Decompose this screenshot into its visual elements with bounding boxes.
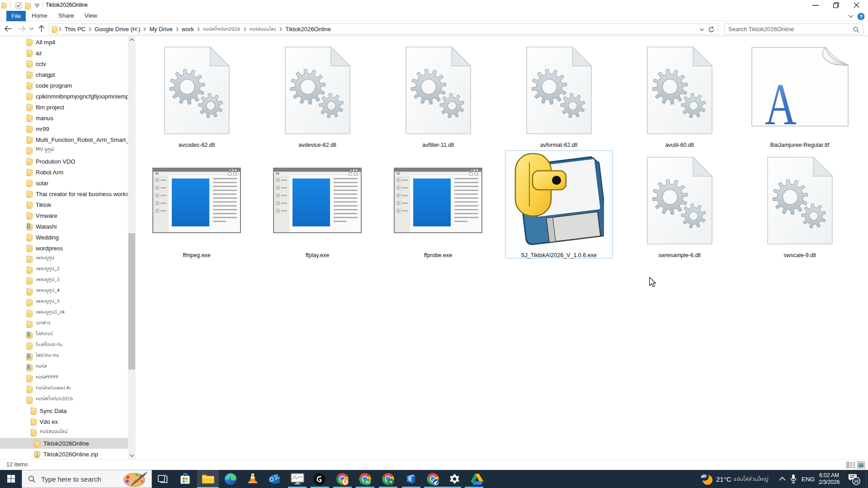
svg-text:?: ? <box>859 14 863 19</box>
svg-text:N: N <box>390 480 392 484</box>
svg-text:16: 16 <box>854 479 859 483</box>
svg-text:SJ: SJ <box>366 480 370 484</box>
